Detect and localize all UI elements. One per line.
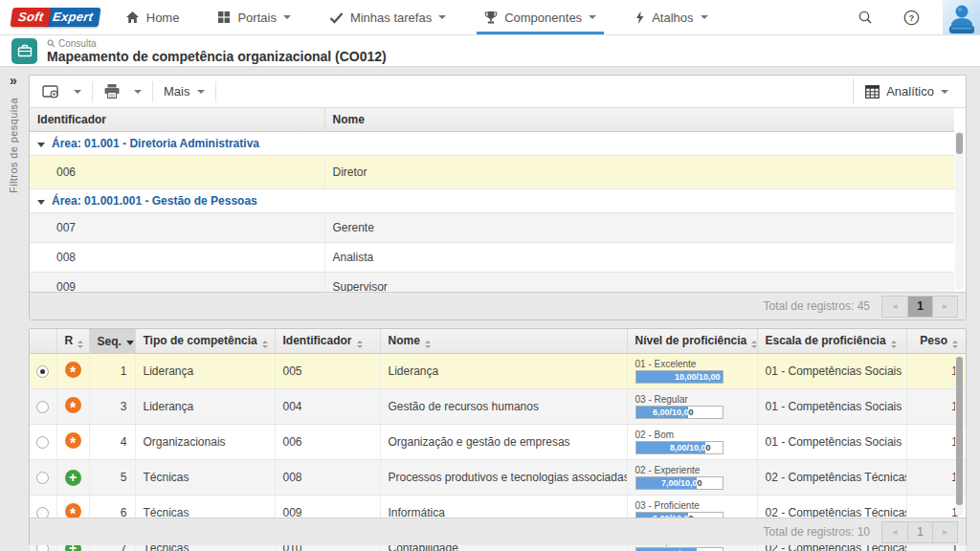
area-group-label: Área: 01.001 - Diretoria Administrativa — [52, 137, 259, 150]
print-button[interactable] — [97, 77, 127, 105]
print-dropdown[interactable] — [127, 84, 148, 99]
nav-item-home[interactable]: Home — [125, 0, 180, 34]
lower-column-header-Nível de proficiência[interactable]: Nível de proficiência — [627, 329, 757, 354]
view-mode-selector[interactable]: Analítico — [853, 78, 960, 104]
tipo-cell: Liderança — [135, 354, 275, 389]
breadcrumb: Consulta — [47, 38, 387, 49]
lower-column-header-Tipo de competência[interactable]: Tipo de competência — [135, 329, 275, 354]
table-row[interactable]: 1Liderança005Liderança01 - Excelente10,0… — [30, 354, 966, 389]
nome-cell: Organização e gestão de empresas — [380, 425, 627, 460]
collapse-caret-icon[interactable] — [37, 200, 45, 205]
proficiency-bar: 10,00/10,0010,00/10,00 — [635, 370, 724, 384]
component-briefcase-icon — [11, 38, 37, 64]
nav-item-componentes[interactable]: Componentes — [484, 0, 596, 34]
nivel-cell: 03 - Regular6,00/10,006,00/10,00 — [627, 389, 757, 425]
added-plus-icon — [65, 470, 81, 486]
nav-item-minhas-tarefas[interactable]: Minhas tarefas — [329, 0, 446, 34]
table-row[interactable]: 3Liderança004Gestão de recursos humanos0… — [30, 389, 966, 425]
lower-column-header-Identificador[interactable]: Identificador — [275, 329, 380, 354]
portals-grid-icon — [217, 11, 231, 24]
lower-column-header-radio[interactable] — [30, 329, 56, 354]
nav-item-atalhos[interactable]: Atalhos — [635, 0, 707, 34]
row-radio[interactable] — [36, 472, 49, 484]
view-record-dropdown[interactable] — [67, 84, 88, 99]
double-chevron-right-icon[interactable] — [10, 73, 17, 88]
lower-column-header-Nome[interactable]: Nome — [380, 329, 627, 354]
escala-cell: 01 - Competências Sociais — [757, 354, 906, 389]
upper-next-page-button[interactable] — [932, 297, 957, 317]
upper-scrollbar-track[interactable] — [955, 131, 964, 290]
view-record-button[interactable] — [35, 78, 67, 105]
upper-current-page[interactable]: 1 — [907, 297, 932, 317]
svg-text:?: ? — [909, 12, 915, 23]
nome-cell: Analista — [324, 243, 954, 273]
row-radio[interactable] — [36, 436, 49, 449]
upper-total-records: Total de registros: 45 — [764, 299, 870, 313]
collapse-caret-icon[interactable] — [37, 143, 45, 147]
row-radio[interactable] — [36, 365, 49, 378]
escala-cell: 01 - Competências Sociais — [757, 425, 906, 460]
proficiency-label: 03 - Regular — [635, 394, 749, 405]
chevron-down-icon — [589, 15, 596, 19]
proficiency-bar: 7,00/10,007,00/10,00 — [635, 547, 724, 551]
upper-column-header[interactable]: Nome — [324, 108, 954, 132]
more-button[interactable]: Mais — [157, 78, 212, 104]
upper-scrollbar-thumb[interactable] — [956, 133, 963, 154]
upper-prev-page-button[interactable] — [882, 297, 907, 317]
area-group-row[interactable]: Área: 01.001 - Diretoria Administrativa — [30, 132, 954, 156]
lower-column-header-R[interactable]: R — [56, 329, 89, 354]
main-menu: HomePortaisMinhas tarefasComponentesAtal… — [125, 0, 746, 34]
table-row[interactable]: 008Analista — [30, 243, 954, 273]
lower-scrollbar-thumb[interactable] — [956, 357, 963, 505]
filter-panel-collapsed: Filtros de pesquisa — [0, 67, 27, 550]
required-asterisk-icon — [65, 362, 81, 378]
proficiency-label: 02 - Experiente — [635, 465, 749, 475]
table-row[interactable]: 007Gerente — [30, 213, 954, 243]
tipo-cell: Organizacionais — [135, 425, 275, 460]
seq-cell: 4 — [89, 425, 135, 460]
table-row[interactable]: 4Organizacionais006Organização e gestão … — [30, 425, 966, 460]
screen-preview-icon — [42, 84, 60, 99]
area-group-row[interactable]: Área: 01.001.001 - Gestão de Pessoas — [30, 189, 954, 213]
lower-next-page-button[interactable] — [932, 522, 957, 542]
user-avatar[interactable] — [943, 0, 980, 34]
identificador-cell: 006 — [30, 156, 324, 189]
lower-column-header-Escala de proficiência[interactable]: Escala de proficiência — [757, 329, 906, 354]
proficiency-bar: 6,00/10,006,00/10,00 — [635, 406, 724, 419]
required-asterisk-icon — [65, 432, 81, 449]
upper-column-header[interactable]: Identificador — [30, 108, 324, 132]
nome-cell: Gerente — [324, 213, 954, 243]
lower-column-header-Peso[interactable]: Peso — [906, 329, 966, 354]
nav-item-portais[interactable]: Portais — [217, 0, 290, 34]
identificador-cell: 005 — [275, 354, 380, 389]
proficiency-label: 02 - Bom — [635, 430, 749, 440]
search-icon[interactable] — [842, 0, 888, 34]
row-radio[interactable] — [36, 401, 49, 413]
table-row[interactable]: 006Diretor — [30, 156, 954, 189]
help-icon[interactable]: ? — [888, 0, 935, 34]
table-row[interactable]: 5Técnicas008Processos produtivos e tecno… — [30, 460, 966, 496]
lower-current-page[interactable]: 1 — [907, 522, 932, 542]
nivel-cell: 02 - Bom8,00/10,008,00/10,00 — [627, 425, 757, 460]
seq-cell: 3 — [89, 389, 135, 425]
seq-cell: 1 — [89, 354, 135, 389]
proficiency-bar: 7,00/10,007,00/10,00 — [635, 476, 724, 490]
nome-cell: Processos produtivos e tecnologias assoc… — [380, 460, 627, 496]
competencies-panel: RSeq.Tipo de competênciaIdentificadorNom… — [29, 328, 967, 546]
page-titlebar: Consulta Mapeamento de competência organ… — [0, 35, 980, 67]
lower-prev-page-button[interactable] — [882, 522, 907, 542]
lower-scrollbar-track[interactable] — [955, 355, 964, 516]
nav-item-label: Atalhos — [652, 11, 693, 25]
lower-column-header-Seq.[interactable]: Seq. — [89, 329, 135, 354]
proficiency-label: 03 - Proficiente — [635, 500, 749, 511]
results-panel: Mais Analítico IdentificadorNome Área: 0… — [29, 75, 967, 320]
chevron-down-icon — [438, 15, 446, 19]
upper-pagination: Total de registros: 45 1 — [30, 292, 966, 320]
tipo-cell: Técnicas — [135, 460, 275, 496]
identificador-cell: 008 — [30, 243, 324, 273]
nav-item-label: Minhas tarefas — [350, 11, 432, 25]
nav-item-label: Portais — [237, 11, 276, 25]
softexpert-logo[interactable]: Soft Expert — [11, 0, 100, 34]
nome-cell: Diretor — [324, 156, 954, 189]
shortcuts-bolt-icon — [635, 11, 645, 25]
